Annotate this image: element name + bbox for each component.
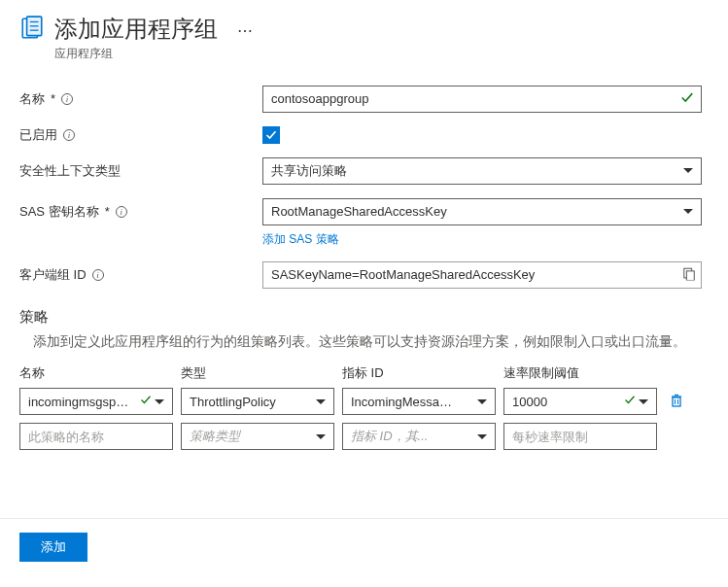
- enabled-label: 已启用: [19, 126, 57, 144]
- sas-key-required-asterisk: *: [105, 204, 110, 219]
- sas-key-name-label: SAS 密钥名称: [19, 203, 99, 221]
- name-required-asterisk: *: [51, 91, 55, 106]
- svg-rect-7: [673, 397, 680, 406]
- chevron-down-icon: [683, 168, 693, 173]
- policy-metric-select[interactable]: IncomingMessages: [342, 388, 496, 415]
- enabled-checkbox[interactable]: [262, 126, 280, 144]
- info-icon[interactable]: i: [63, 129, 75, 141]
- chevron-down-icon: [477, 399, 487, 404]
- client-group-id-input[interactable]: [262, 261, 702, 289]
- policy-type-select[interactable]: ThrottlingPolicy: [181, 388, 334, 415]
- policy-name-value: incomingmsgspolicy: [28, 395, 135, 409]
- policies-section-desc: 添加到定义此应用程序组的行为的组策略列表。这些策略可以支持资源治理方案，例如限制…: [19, 332, 709, 352]
- info-icon[interactable]: i: [61, 93, 73, 105]
- policy-metric-value: IncomingMessages: [351, 395, 458, 409]
- chevron-down-icon: [477, 434, 487, 439]
- delete-policy-button[interactable]: [665, 393, 688, 411]
- info-icon[interactable]: i: [92, 269, 104, 281]
- policy-header-type: 类型: [181, 364, 334, 382]
- chevron-down-icon: [155, 399, 164, 404]
- policy-header-name: 名称: [19, 364, 173, 382]
- policy-type-placeholder: 策略类型: [190, 428, 240, 445]
- policy-threshold-select[interactable]: 10000: [503, 388, 657, 415]
- policy-type-value: ThrottlingPolicy: [190, 395, 276, 409]
- policy-header-threshold: 速率限制阈值: [503, 364, 657, 382]
- blade-header: 添加应用程序组 应用程序组 ⋯: [19, 16, 709, 62]
- policy-threshold-input[interactable]: [503, 423, 657, 450]
- chevron-down-icon: [639, 399, 648, 404]
- policy-header-metric: 指标 ID: [342, 364, 496, 382]
- policy-name-input[interactable]: [19, 423, 173, 450]
- name-input[interactable]: [262, 86, 702, 113]
- copy-icon[interactable]: [682, 266, 696, 283]
- policy-threshold-value: 10000: [512, 395, 547, 409]
- add-sas-policy-link[interactable]: 添加 SAS 策略: [262, 231, 339, 248]
- sas-key-name-select[interactable]: RootManageSharedAccessKey: [262, 198, 702, 225]
- svg-rect-6: [686, 271, 694, 281]
- sas-key-name-value: RootManageSharedAccessKey: [271, 204, 447, 219]
- policy-row: incomingmsgspolicy ThrottlingPolicy Inco…: [19, 388, 709, 415]
- chevron-down-icon: [316, 434, 326, 439]
- policy-metric-placeholder: 指标 ID，其...: [351, 428, 428, 445]
- info-icon[interactable]: i: [116, 206, 127, 218]
- app-group-icon: [19, 16, 45, 41]
- more-actions-button[interactable]: ⋯: [237, 21, 253, 40]
- blade-footer: 添加: [0, 518, 728, 581]
- chevron-down-icon: [316, 399, 326, 404]
- chevron-down-icon: [683, 209, 693, 214]
- policy-metric-select[interactable]: 指标 ID，其...: [342, 423, 496, 450]
- policy-type-select[interactable]: 策略类型: [181, 423, 334, 450]
- security-context-label: 安全性上下文类型: [19, 162, 121, 180]
- security-context-type-select[interactable]: 共享访问策略: [262, 157, 702, 185]
- page-subtitle: 应用程序组: [54, 46, 218, 62]
- submit-button[interactable]: 添加: [19, 533, 87, 562]
- security-context-type-value: 共享访问策略: [271, 162, 347, 180]
- policy-name-select[interactable]: incomingmsgspolicy: [19, 388, 173, 415]
- client-group-id-label: 客户端组 ID: [19, 266, 87, 284]
- policy-row-empty: 策略类型 指标 ID，其...: [19, 423, 709, 450]
- policies-section-title: 策略: [19, 308, 709, 327]
- name-label: 名称: [19, 90, 45, 108]
- page-title: 添加应用程序组: [54, 16, 218, 44]
